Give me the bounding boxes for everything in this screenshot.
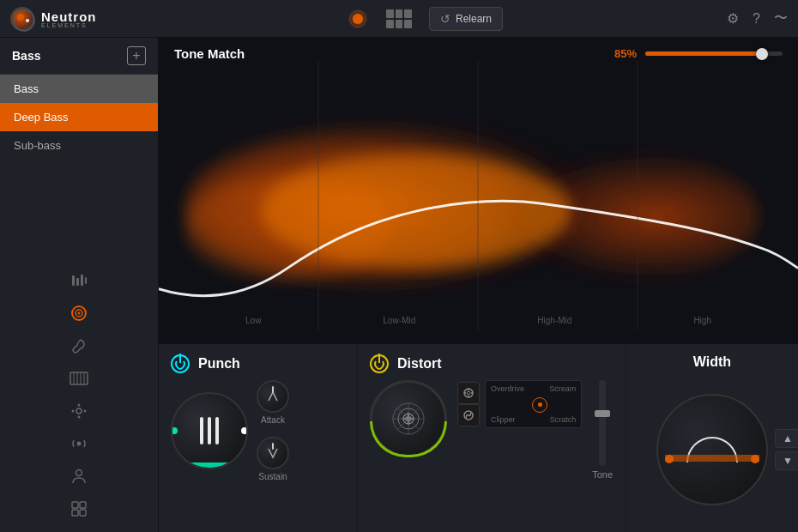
distort-power-button[interactable] xyxy=(370,354,389,373)
tone-viz-svg xyxy=(159,61,798,330)
sidebar-nav-broadcast[interactable] xyxy=(0,427,158,460)
sidebar-item-deep-bass[interactable]: Deep Bass xyxy=(0,103,158,131)
tone-percent: 85% xyxy=(614,47,637,60)
width-section: Width ▲ ▼ xyxy=(626,344,798,532)
sidebar-header: Bass + xyxy=(0,38,158,75)
main-content: Bass + Bass Deep Bass Sub-bass xyxy=(0,38,798,532)
width-dot-left xyxy=(665,455,674,463)
pad-left-icons xyxy=(457,380,480,428)
audio-icon[interactable]: 〜 xyxy=(774,9,788,27)
punch-line-1 xyxy=(200,417,203,444)
sidebar-nav-distort[interactable] xyxy=(0,297,158,329)
punch-knob-dot-right xyxy=(241,427,248,434)
add-preset-button[interactable]: + xyxy=(127,46,146,65)
svg-point-45 xyxy=(467,391,470,395)
tone-match-section: Tone Match 85% xyxy=(159,38,798,343)
overdrive-icon-btn[interactable] xyxy=(457,382,480,404)
distort-pad-dot xyxy=(538,402,542,407)
punch-header: Punch xyxy=(171,354,344,373)
punch-small-knobs: Attack Sustain xyxy=(257,380,289,481)
tone-slider[interactable] xyxy=(645,51,783,56)
svg-rect-23 xyxy=(80,502,86,508)
svg-rect-3 xyxy=(72,275,75,286)
sidebar-item-bass[interactable]: Bass xyxy=(0,75,158,103)
tone-fader[interactable] xyxy=(599,380,606,466)
attack-knob[interactable] xyxy=(257,380,289,413)
distort-controls: Overdrive Scream Clipper Scratch xyxy=(370,380,613,522)
tone-fader-thumb[interactable] xyxy=(595,410,610,417)
svg-point-9 xyxy=(78,312,81,315)
dot-outer-ring xyxy=(349,10,366,27)
freq-labels: Low Low-Mid High-Mid High xyxy=(159,316,798,325)
distort-title: Distort xyxy=(397,356,442,372)
distort-pad-cursor xyxy=(532,397,547,413)
punch-knob-ring xyxy=(171,392,248,469)
svg-rect-25 xyxy=(80,510,86,516)
width-title: Width xyxy=(693,354,731,370)
width-down-button[interactable]: ▼ xyxy=(775,451,798,470)
distort-header: Distort xyxy=(370,354,613,373)
width-stripe xyxy=(665,455,759,462)
pad-label-scratch: Scratch xyxy=(550,415,577,424)
svg-point-15 xyxy=(76,408,82,414)
tone-label: Tone xyxy=(592,469,613,480)
relearn-icon: ↺ xyxy=(440,12,450,26)
distort-pad-area: Overdrive Scream Clipper Scratch xyxy=(457,380,582,428)
sidebar-nav-effects[interactable] xyxy=(0,493,158,525)
freq-high-mid: High-Mid xyxy=(537,316,571,325)
grid-cell xyxy=(404,9,412,18)
relearn-label: Relearn xyxy=(456,13,492,25)
distort-section: Distort xyxy=(358,344,625,532)
punch-title: Punch xyxy=(198,356,240,372)
grid-cell xyxy=(386,20,394,28)
freq-low-mid: Low-Mid xyxy=(383,316,415,325)
svg-point-17 xyxy=(78,416,81,419)
svg-point-0 xyxy=(14,10,34,31)
grid-cell xyxy=(396,9,403,18)
tone-fader-area: Tone xyxy=(592,380,613,480)
width-up-button[interactable]: ▲ xyxy=(775,429,798,448)
svg-point-21 xyxy=(76,470,82,476)
mode-dot-icon[interactable] xyxy=(347,8,369,30)
header-right: ⚙ ? 〜 xyxy=(685,9,788,27)
tone-slider-thumb[interactable] xyxy=(756,48,768,60)
distort-xy-pad[interactable]: Overdrive Scream Clipper Scratch xyxy=(485,380,582,428)
width-main-knob[interactable]: ▲ ▼ xyxy=(656,394,768,505)
sidebar-nav-guitar[interactable] xyxy=(0,329,158,362)
punch-main-knob[interactable] xyxy=(171,392,248,469)
bottom-section: Punch xyxy=(159,343,798,532)
svg-rect-24 xyxy=(72,510,78,516)
tone-match-header: Tone Match 85% xyxy=(159,38,798,61)
header: Neutron ELEMENTS ↺ Relearn ⚙ ? 〜 xyxy=(0,0,798,38)
width-dot-right xyxy=(751,455,759,463)
sidebar-nav-keys[interactable] xyxy=(0,362,158,395)
pad-label-overdrive: Overdrive xyxy=(491,384,524,393)
relearn-button[interactable]: ↺ Relearn xyxy=(429,7,503,31)
clipper-icon-btn[interactable] xyxy=(457,404,480,426)
tone-match-title: Tone Match xyxy=(174,46,245,61)
tone-slider-area: 85% xyxy=(614,47,783,60)
sidebar-list: Bass Deep Bass Sub-bass xyxy=(0,75,158,257)
help-icon[interactable]: ? xyxy=(753,11,760,27)
punch-knob-dot-left xyxy=(171,427,178,434)
distort-main-knob[interactable] xyxy=(370,380,447,457)
settings-icon[interactable]: ⚙ xyxy=(727,10,739,27)
sidebar-nav-person[interactable] xyxy=(0,460,158,493)
grid-cell xyxy=(404,20,412,28)
attack-knob-item: Attack xyxy=(257,380,289,425)
freq-low: Low xyxy=(245,316,261,325)
svg-rect-10 xyxy=(70,372,88,384)
sustain-knob[interactable] xyxy=(257,437,289,469)
sidebar-nav-eq[interactable] xyxy=(0,264,158,297)
sustain-knob-item: Sustain xyxy=(257,437,289,481)
grid-view-icon[interactable] xyxy=(386,9,412,28)
neutron-logo-icon xyxy=(10,7,34,31)
punch-power-button[interactable] xyxy=(171,354,190,373)
distort-knob-area xyxy=(370,380,447,457)
content-area: Tone Match 85% xyxy=(159,38,798,532)
sidebar-item-sub-bass[interactable]: Sub-bass xyxy=(0,131,158,160)
sidebar-nav-tools[interactable] xyxy=(0,395,158,427)
punch-line-2 xyxy=(208,417,211,444)
punch-lines xyxy=(200,417,219,444)
pad-label-scream: Scream xyxy=(549,384,576,393)
